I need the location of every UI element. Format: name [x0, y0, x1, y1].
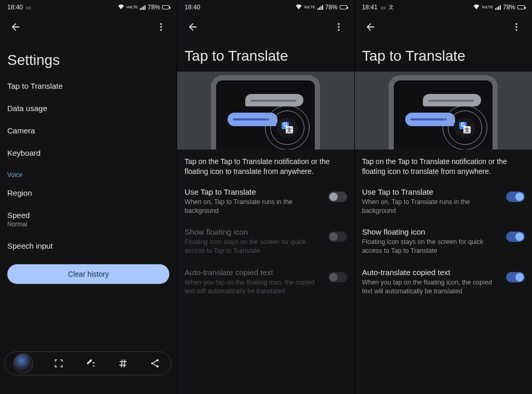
wifi-icon — [296, 4, 302, 10]
translate-icon: G文 — [459, 122, 471, 133]
screenshot-thumbnail[interactable] — [14, 354, 33, 373]
settings-item-keyboard[interactable]: Keyboard — [0, 142, 177, 164]
svg-point-8 — [338, 29, 339, 31]
toggle-switch[interactable] — [506, 232, 525, 242]
option-show-floating-icon: Show floating icon Floating icon stays o… — [177, 221, 354, 262]
signal-icon — [317, 5, 323, 10]
toggle-switch[interactable] — [506, 192, 525, 202]
option-title: Use Tap to Translate — [362, 187, 501, 196]
option-sub: When you tap on the floating icon, the c… — [362, 278, 501, 296]
share-icon[interactable] — [149, 357, 161, 370]
edit-icon[interactable] — [85, 357, 97, 370]
settings-item-camera[interactable]: Camera — [0, 119, 177, 142]
button-label: Clear history — [68, 270, 109, 278]
section-header-voice: Voice — [0, 164, 177, 182]
toggle-switch[interactable] — [506, 272, 525, 282]
option-title: Auto-translate copied text — [362, 268, 501, 277]
image-icon: ▭ — [381, 5, 385, 10]
item-label: Camera — [7, 126, 35, 135]
translate-status-icon: 文 — [389, 4, 394, 11]
svg-point-9 — [515, 23, 517, 25]
wifi-icon — [118, 4, 124, 10]
status-time: 18:41 — [362, 4, 378, 11]
page-title: Settings — [0, 39, 177, 75]
phone-frame-illustration: G文 — [389, 75, 498, 150]
hero-illustration: G文 — [177, 72, 354, 150]
overflow-menu-button[interactable] — [328, 17, 349, 37]
item-label: Speech input — [7, 241, 53, 250]
overflow-menu-button[interactable] — [151, 17, 171, 37]
chat-bubble-icon — [245, 94, 303, 106]
screenshot-toolbar — [4, 351, 171, 375]
translate-icon: G文 — [282, 122, 293, 133]
option-sub: When you tap on the floating icon, the c… — [184, 278, 323, 296]
settings-item-region[interactable]: Region — [0, 182, 177, 204]
signal-icon — [140, 5, 145, 10]
item-label: Data usage — [7, 104, 47, 113]
page-title: Tap to Translate — [177, 39, 354, 72]
item-label: Region — [7, 188, 32, 197]
page-title: Tap to Translate — [355, 39, 532, 72]
status-time: 18:40 — [7, 4, 23, 11]
volte-icon: VoLTE — [482, 5, 493, 9]
option-sub: Floating icon stays on the screen for qu… — [362, 238, 501, 255]
back-button[interactable] — [5, 17, 26, 37]
item-sublabel: Normal — [7, 221, 169, 228]
phone-frame-illustration: G文 — [211, 75, 320, 150]
hashtag-icon[interactable] — [117, 357, 129, 370]
floating-icon-illustration: G文 — [443, 105, 487, 150]
status-bar: 18:40 ▭ VoLTE 78% — [0, 0, 177, 15]
option-title: Show floating icon — [362, 227, 501, 236]
svg-point-1 — [161, 26, 162, 28]
back-button[interactable] — [360, 17, 381, 37]
item-label: Tap to Translate — [7, 81, 63, 90]
battery-pct: 78% — [503, 4, 515, 11]
svg-point-0 — [161, 23, 162, 25]
signal-icon — [495, 5, 501, 10]
svg-point-2 — [161, 29, 162, 31]
chat-bubble-icon — [423, 94, 481, 106]
svg-point-11 — [515, 29, 517, 31]
app-bar — [0, 15, 177, 39]
option-title: Auto-translate copied text — [184, 268, 323, 277]
battery-pct: 78% — [148, 4, 160, 11]
settings-item-speech-input[interactable]: Speech input — [0, 235, 177, 257]
option-use-tap-to-translate[interactable]: Use Tap to Translate When on, Tap to Tra… — [355, 181, 532, 222]
option-show-floating-icon[interactable]: Show floating icon Floating icon stays o… — [355, 221, 532, 262]
settings-item-tap-to-translate[interactable]: Tap to Translate — [0, 75, 177, 97]
back-button[interactable] — [182, 17, 203, 37]
svg-point-6 — [338, 23, 339, 25]
svg-point-7 — [338, 26, 339, 28]
option-use-tap-to-translate[interactable]: Use Tap to Translate When on, Tap to Tra… — [177, 181, 354, 222]
option-title: Use Tap to Translate — [184, 187, 323, 196]
crop-icon[interactable] — [52, 357, 65, 370]
volte-icon: VoLTE — [304, 5, 315, 9]
battery-icon — [517, 5, 525, 9]
app-bar — [355, 15, 532, 39]
tap-to-translate-panel-on: 18:41 ▭ 文 VoLTE 78% Tap to Translate G文 — [355, 0, 532, 394]
image-icon: ▭ — [26, 5, 31, 10]
toggle-switch — [328, 232, 347, 242]
toggle-switch — [328, 272, 347, 282]
settings-panel: 18:40 ▭ VoLTE 78% Settings Tap to Transl… — [0, 0, 177, 394]
description-text: Tap on the Tap to Translate notification… — [177, 150, 354, 181]
svg-point-10 — [515, 26, 517, 28]
clear-history-button[interactable]: Clear history — [7, 264, 169, 284]
option-auto-translate: Auto-translate copied text When you tap … — [177, 262, 354, 302]
volte-icon: VoLTE — [126, 5, 138, 9]
battery-icon — [340, 5, 347, 9]
toggle-switch[interactable] — [328, 192, 347, 202]
settings-item-data-usage[interactable]: Data usage — [0, 97, 177, 119]
option-auto-translate[interactable]: Auto-translate copied text When you tap … — [355, 262, 532, 302]
option-title: Show floating icon — [184, 227, 323, 236]
battery-pct: 78% — [325, 4, 338, 11]
item-label: Keyboard — [7, 148, 41, 157]
wifi-icon — [473, 4, 480, 10]
option-sub: Floating icon stays on the screen for qu… — [184, 238, 323, 255]
floating-icon-illustration: G文 — [265, 105, 310, 150]
settings-item-speed[interactable]: Speed Normal — [0, 204, 177, 235]
option-sub: When on, Tap to Translate runs in the ba… — [362, 198, 501, 215]
option-sub: When on, Tap to Translate runs in the ba… — [184, 198, 323, 215]
tap-to-translate-panel-off: 18:40 VoLTE 78% Tap to Translate G文 Tap … — [177, 0, 354, 394]
overflow-menu-button[interactable] — [506, 17, 527, 37]
